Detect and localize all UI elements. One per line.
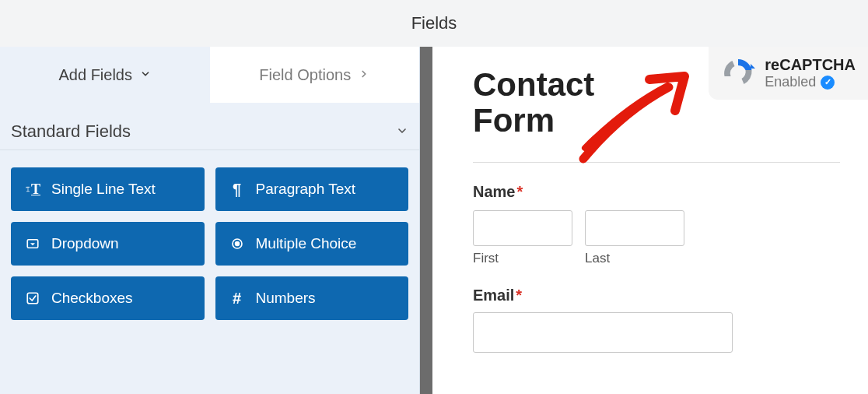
chevron-down-icon bbox=[396, 125, 408, 139]
name-label: Name* bbox=[473, 183, 840, 201]
email-field-group: Email* bbox=[473, 287, 840, 353]
recaptcha-status-row: Enabled bbox=[765, 74, 856, 90]
section-title: Standard Fields bbox=[11, 121, 131, 142]
field-label: Single Line Text bbox=[51, 181, 156, 198]
tab-label: Add Fields bbox=[59, 66, 133, 84]
form-preview: Contact Form reCAPTCHA Enabled bbox=[432, 47, 868, 394]
form-title[interactable]: Contact Form bbox=[473, 67, 644, 139]
tab-add-fields[interactable]: Add Fields bbox=[0, 47, 210, 103]
recaptcha-status: Enabled bbox=[765, 74, 816, 90]
svg-marker-4 bbox=[751, 64, 755, 69]
fields-grid: T Single Line Text ¶ Paragraph Text Drop… bbox=[0, 167, 419, 320]
name-field-group: Name* First Last bbox=[473, 183, 840, 266]
header-title: Fields bbox=[411, 13, 457, 33]
recaptcha-text-col: reCAPTCHA Enabled bbox=[765, 56, 856, 90]
form-header-row: Contact Form reCAPTCHA Enabled bbox=[473, 67, 840, 139]
field-label: Dropdown bbox=[51, 235, 119, 252]
last-name-col: Last bbox=[585, 210, 684, 266]
checkbox-icon bbox=[25, 290, 40, 306]
name-inputs-row: First Last bbox=[473, 210, 840, 266]
last-sublabel: Last bbox=[585, 251, 684, 266]
dropdown-icon bbox=[25, 236, 40, 252]
panel-divider[interactable] bbox=[420, 47, 432, 394]
field-paragraph-text[interactable]: ¶ Paragraph Text bbox=[215, 167, 409, 211]
field-numbers[interactable]: # Numbers bbox=[215, 276, 409, 320]
chevron-down-icon bbox=[140, 69, 151, 82]
form-divider bbox=[473, 162, 840, 163]
field-checkboxes[interactable]: Checkboxes bbox=[11, 276, 205, 320]
fields-sidebar: Add Fields Field Options Standard Fields bbox=[0, 47, 420, 394]
recaptcha-title: reCAPTCHA bbox=[765, 56, 856, 74]
field-label: Checkboxes bbox=[51, 290, 133, 307]
chevron-right-icon bbox=[359, 69, 369, 82]
tab-field-options[interactable]: Field Options bbox=[210, 47, 420, 103]
sidebar-tabs: Add Fields Field Options bbox=[0, 47, 419, 103]
email-label: Email* bbox=[473, 287, 840, 304]
field-multiple-choice[interactable]: Multiple Choice bbox=[215, 222, 409, 266]
section-standard-fields[interactable]: Standard Fields bbox=[0, 103, 419, 150]
field-label: Multiple Choice bbox=[256, 235, 357, 252]
first-name-col: First bbox=[473, 210, 572, 266]
verified-icon bbox=[821, 76, 835, 90]
tab-label: Field Options bbox=[259, 66, 351, 84]
last-name-input[interactable] bbox=[585, 210, 684, 246]
first-name-input[interactable] bbox=[473, 210, 572, 246]
hash-icon: # bbox=[229, 290, 245, 306]
recaptcha-icon bbox=[719, 55, 757, 92]
paragraph-icon: ¶ bbox=[229, 181, 245, 197]
svg-rect-3 bbox=[27, 293, 38, 304]
field-label: Numbers bbox=[256, 290, 316, 307]
top-header: Fields bbox=[0, 0, 868, 47]
main-layout: Add Fields Field Options Standard Fields bbox=[0, 47, 868, 394]
required-asterisk: * bbox=[516, 287, 522, 304]
first-sublabel: First bbox=[473, 251, 572, 266]
field-label: Paragraph Text bbox=[256, 181, 356, 198]
text-cursor-icon: T bbox=[25, 181, 40, 197]
svg-point-2 bbox=[235, 242, 239, 246]
recaptcha-badge[interactable]: reCAPTCHA Enabled bbox=[709, 47, 868, 100]
radio-icon bbox=[229, 236, 245, 252]
field-dropdown[interactable]: Dropdown bbox=[11, 222, 205, 266]
required-asterisk: * bbox=[516, 183, 523, 200]
field-single-line-text[interactable]: T Single Line Text bbox=[11, 167, 205, 211]
email-input[interactable] bbox=[473, 312, 733, 353]
